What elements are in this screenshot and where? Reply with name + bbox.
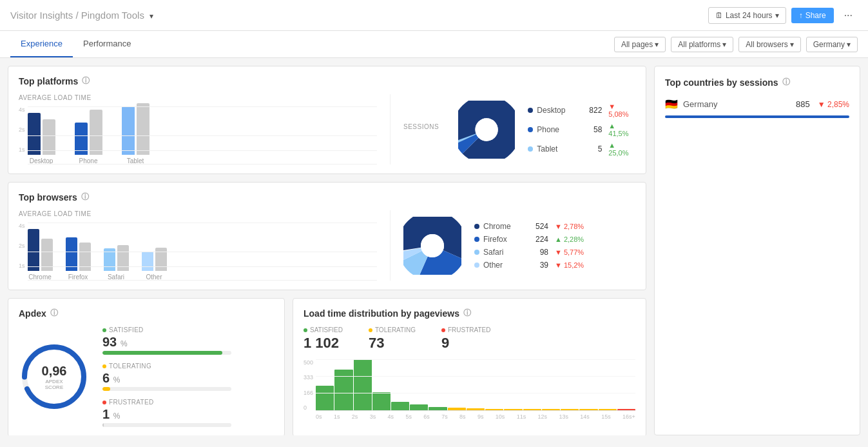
apdex-bars: SATISFIED 93 %	[102, 326, 274, 427]
svg-point-3	[476, 118, 498, 141]
calendar-icon: 🗓	[715, 11, 723, 20]
legend-safari: Safari 98 ▼ 5,77%	[474, 248, 584, 257]
load-bar-10s	[504, 409, 522, 410]
load-bar-13s	[561, 409, 579, 410]
load-dist-title: Load time distribution by pageviews ⓘ	[304, 308, 635, 319]
load-bar-5s	[410, 404, 428, 410]
desktop-bar-current	[28, 113, 41, 155]
phone-bar-current	[75, 123, 88, 155]
legend-tablet: Tablet 5 ▲ 25,0%	[528, 141, 635, 157]
load-dist-chart: 500 333 166 0	[304, 359, 635, 424]
load-bar-12s	[542, 409, 560, 410]
load-bar-4s	[391, 402, 409, 410]
title-arrow[interactable]: ▾	[149, 12, 153, 21]
load-bar-2s	[354, 359, 372, 410]
safari-bar-prev	[117, 245, 129, 271]
desktop-bar-prev	[43, 119, 55, 155]
bottom-panels: Apdex ⓘ 0,96 APDEX SCORE	[8, 298, 646, 435]
platforms-sessions-section: SESSIONS Desktop 822	[391, 94, 635, 164]
share-button[interactable]: ↑ Share	[791, 8, 834, 23]
load-bar-11s	[523, 409, 541, 410]
browsers-sessions-section: Chrome 524 ▼ 2,78% Firefox 224 ▲ 2,28%	[391, 210, 635, 281]
avg-load-label: AVERAGE LOAD TIME	[19, 94, 377, 101]
more-button[interactable]: ···	[839, 7, 858, 24]
load-bar-14s	[579, 409, 597, 410]
load-bar-0s	[316, 386, 334, 410]
safari-bar-current	[104, 248, 115, 271]
header-actions: 🗓 Last 24 hours ▾ ↑ Share ···	[708, 7, 858, 24]
apdex-title: Apdex ⓘ	[19, 308, 274, 319]
other-bar-current	[142, 252, 153, 271]
tabs-bar: Experience Performance All pages ▾ All p…	[0, 31, 868, 58]
last24-button[interactable]: 🗓 Last 24 hours ▾	[708, 7, 786, 24]
page-title: Visitor Insights / Pingdom Tools ▾	[10, 10, 153, 21]
filter-country[interactable]: Germany ▾	[806, 37, 858, 52]
info-icon-apdex[interactable]: ⓘ	[50, 308, 58, 319]
svg-point-8	[421, 234, 444, 257]
share-label: Share	[805, 11, 826, 20]
apdex-content: 0,96 APDEX SCORE SATISFIED 93	[19, 326, 274, 427]
phone-dot	[528, 127, 533, 132]
last24-label: Last 24 hours	[726, 11, 773, 20]
header: Visitor Insights / Pingdom Tools ▾ 🗓 Las…	[0, 0, 868, 31]
tolerating-progress	[102, 387, 231, 391]
top-browsers-title: Top browsers ⓘ	[19, 192, 635, 203]
chrome-bar-prev	[41, 239, 53, 271]
other-bar-prev	[155, 248, 167, 271]
platforms-pie-chart	[458, 101, 515, 159]
firefox-bar-prev	[79, 243, 91, 271]
load-dist-header: SATISFIED 1 102 TOLERATING 73	[304, 326, 635, 352]
tab-filters: All pages ▾ All platforms ▾ All browsers…	[614, 37, 858, 52]
apdex-frustrated: FRUSTRATED 1 %	[102, 399, 274, 427]
left-panels: Top platforms ⓘ AVERAGE LOAD TIME 4s 2s …	[8, 66, 646, 435]
tablet-dot	[528, 146, 533, 152]
load-bar-7s	[448, 408, 466, 410]
legend-chrome: Chrome 524 ▼ 2,78%	[474, 222, 584, 231]
platforms-chart-section: AVERAGE LOAD TIME 4s 2s 1s	[19, 94, 391, 164]
countries-title: Top countries by sessions ⓘ	[665, 77, 849, 88]
info-icon-loaddist[interactable]: ⓘ	[463, 308, 471, 319]
title-text: Visitor Insights / Pingdom Tools	[10, 10, 144, 21]
load-bar-16s	[617, 409, 635, 410]
tab-experience[interactable]: Experience	[10, 31, 73, 57]
tab-list: Experience Performance	[10, 31, 141, 57]
browsers-chart-section: AVERAGE LOAD TIME 4s 2s 1s	[19, 210, 391, 281]
tablet-bar-current	[122, 106, 135, 155]
load-bar-3s	[372, 392, 391, 410]
main-content: Top platforms ⓘ AVERAGE LOAD TIME 4s 2s …	[0, 58, 868, 443]
platforms-legend: Desktop 822 ▼ 5,08% Phone 58 ▲ 41,5%	[528, 103, 635, 157]
top-browsers-panel: Top browsers ⓘ AVERAGE LOAD TIME 4s 2s 1…	[8, 182, 646, 290]
chrome-bar-current	[28, 229, 39, 271]
browsers-split: AVERAGE LOAD TIME 4s 2s 1s	[19, 210, 635, 281]
filter-platforms[interactable]: All platforms ▾	[671, 37, 733, 52]
info-icon-browsers[interactable]: ⓘ	[81, 192, 89, 203]
info-icon[interactable]: ⓘ	[82, 75, 90, 86]
filter-pages[interactable]: All pages ▾	[614, 37, 666, 52]
load-bar-9s	[485, 409, 503, 410]
tab-performance[interactable]: Performance	[73, 31, 141, 57]
chevron-down-icon: ▾	[722, 40, 726, 49]
apdex-ring: 0,96 APDEX SCORE	[19, 341, 90, 412]
germany-bar	[665, 115, 849, 118]
tablet-bar-prev	[137, 103, 149, 155]
top-platforms-title: Top platforms ⓘ	[19, 75, 635, 86]
chevron-down-icon: ▾	[790, 40, 794, 49]
legend-phone: Phone 58 ▲ 41,5%	[528, 122, 635, 137]
desktop-dot	[528, 108, 533, 113]
country-germany: 🇩🇪 Germany 885 ▼ 2,85%	[665, 95, 849, 113]
load-bar-8s	[467, 408, 485, 410]
filter-browsers[interactable]: All browsers ▾	[738, 37, 800, 52]
apdex-ring-label: 0,96 APDEX SCORE	[37, 364, 72, 390]
apdex-satisfied: SATISFIED 93 %	[102, 326, 274, 355]
browsers-pie-chart	[403, 217, 461, 275]
top-platforms-split: AVERAGE LOAD TIME 4s 2s 1s	[19, 94, 635, 164]
right-panel: Top countries by sessions ⓘ 🇩🇪 Germany 8…	[654, 66, 860, 435]
legend-desktop: Desktop 822 ▼ 5,08%	[528, 103, 635, 118]
stat-satisfied: SATISFIED 1 102	[304, 326, 343, 352]
chevron-down-icon: ▾	[847, 40, 851, 49]
info-icon-countries[interactable]: ⓘ	[782, 77, 790, 88]
apdex-tolerating: TOLERATING 6 %	[102, 363, 274, 391]
legend-other: Other 39 ▼ 15,2%	[474, 261, 584, 270]
share-icon: ↑	[799, 11, 803, 20]
stat-frustrated: FRUSTRATED 9	[441, 326, 490, 352]
